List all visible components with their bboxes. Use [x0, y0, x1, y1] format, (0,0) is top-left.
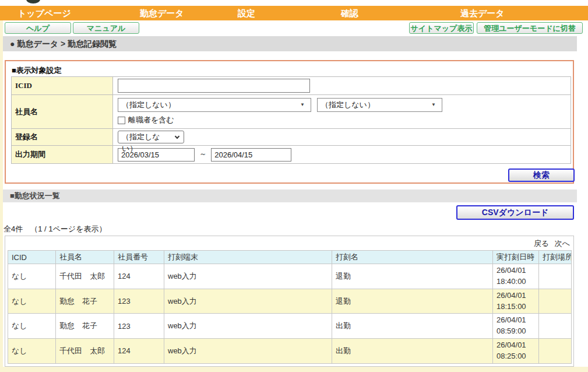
cell-employee-number: 124 — [114, 264, 164, 289]
period-to-input[interactable] — [211, 148, 291, 162]
chevron-down-icon — [175, 134, 179, 139]
cell-stamp-datetime: 26/04/0108:25:00 — [493, 339, 539, 364]
table-header-row: ICID 社員名 社員番号 打刻端末 打刻名 実打刻日時 打刻場所 — [8, 251, 572, 264]
admin-mode-button[interactable]: 管理ユーザーモードに切替 — [477, 22, 583, 34]
nav-item-top-page[interactable]: トップページ — [17, 6, 71, 20]
table-body: なし千代田 太郎124web入力退勤26/04/0118:40:00なし勤怠 花… — [8, 264, 572, 364]
nav-item-settings[interactable]: 設定 — [238, 6, 255, 20]
attendance-table-container: 戻る 次へ ICID 社員名 社員番号 打刻端末 打刻名 実打刻日時 打刻場所 … — [5, 236, 574, 367]
filter-label-icid: ICID — [12, 77, 113, 95]
col-header-number: 社員番号 — [114, 251, 164, 264]
col-header-name: 社員名 — [56, 251, 114, 264]
result-count-text: 全4件 （1 / 1ページを表示） — [3, 224, 106, 234]
cell-stamp-place — [539, 289, 572, 314]
cell-terminal: web入力 — [164, 264, 332, 289]
registered-name-select[interactable]: （指定しない） — [118, 131, 184, 143]
cell-icid: なし — [8, 264, 56, 289]
cell-icid: なし — [8, 314, 56, 339]
cell-stamp-place — [539, 264, 572, 289]
col-header-stamp-name: 打刻名 — [332, 251, 493, 264]
employee-select-1[interactable]: （指定しない） ▼ — [118, 98, 311, 112]
icid-input[interactable] — [118, 79, 310, 93]
cell-stamp-name: 退勤 — [332, 264, 493, 289]
filter-panel-title: ■表示対象設定 — [12, 65, 62, 76]
cell-stamp-datetime: 26/04/0118:40:00 — [493, 264, 539, 289]
cell-terminal: web入力 — [164, 289, 332, 314]
col-header-icid: ICID — [8, 251, 56, 264]
table-row: なし勤怠 花子123web入力出勤26/04/0108:59:00 — [8, 314, 572, 339]
top-nav-bar: トップページ 勤怠データ 設定 確認 過去データ — [0, 6, 588, 20]
cell-employee-name: 勤怠 花子 — [56, 289, 114, 314]
pager-back-link[interactable]: 戻る — [534, 239, 549, 248]
include-retired-checkbox[interactable] — [118, 117, 125, 124]
cell-stamp-name: 出勤 — [332, 314, 493, 339]
pagination: 戻る 次へ — [8, 238, 571, 250]
cell-employee-number: 124 — [114, 339, 164, 364]
employee-select-2[interactable]: （指定しない） ▼ — [317, 98, 442, 112]
cell-stamp-place — [539, 314, 572, 339]
include-retired-label: 離職者を含む — [128, 115, 174, 125]
cell-icid: なし — [8, 289, 56, 314]
manual-button[interactable]: マニュアル — [73, 22, 139, 34]
sitemap-button[interactable]: サイトマップ表示 — [409, 22, 474, 34]
cell-employee-number: 123 — [114, 314, 164, 339]
nav-item-kintai-data[interactable]: 勤怠データ — [140, 6, 184, 20]
table-row: なし千代田 太郎124web入力退勤26/04/0118:40:00 — [8, 264, 572, 289]
cell-stamp-name: 出勤 — [332, 339, 493, 364]
cell-employee-name: 千代田 太郎 — [56, 339, 114, 364]
cell-terminal: web入力 — [164, 314, 332, 339]
col-header-terminal: 打刻端末 — [164, 251, 332, 264]
top-white-strip — [0, 0, 588, 6]
col-header-stamp-place: 打刻場所 — [539, 251, 572, 264]
attendance-table: ICID 社員名 社員番号 打刻端末 打刻名 実打刻日時 打刻場所 なし千代田 … — [8, 250, 572, 364]
cell-stamp-name: 退勤 — [332, 289, 493, 314]
filter-panel: ■表示対象設定 ICID 社員名 （指定しない） ▼ （指定しない） — [5, 60, 574, 184]
cell-employee-name: 千代田 太郎 — [56, 264, 114, 289]
cell-icid: なし — [8, 339, 56, 364]
help-button[interactable]: ヘルプ — [5, 22, 71, 34]
dropdown-arrow-icon: ▼ — [431, 99, 436, 111]
cell-stamp-datetime: 26/04/0108:59:00 — [493, 314, 539, 339]
filter-label-registered-name: 登録名 — [12, 129, 113, 146]
filter-table: ICID 社員名 （指定しない） ▼ （指定しない） ▼ — [11, 76, 571, 164]
csv-download-button[interactable]: CSVダウンロード — [456, 205, 574, 220]
cell-stamp-place — [539, 339, 572, 364]
attendance-list-section-title: ■勤怠状況一覧 — [3, 189, 577, 202]
cell-stamp-datetime: 26/04/0118:15:00 — [493, 289, 539, 314]
table-row: なし勤怠 花子123web入力退勤26/04/0118:15:00 — [8, 289, 572, 314]
employee-select-1-value: （指定しない） — [122, 100, 175, 109]
cell-employee-number: 123 — [114, 289, 164, 314]
table-row: なし千代田 太郎124web入力出勤26/04/0108:25:00 — [8, 339, 572, 364]
search-button[interactable]: 検索 — [508, 169, 575, 182]
pager-next-link[interactable]: 次へ — [555, 239, 570, 248]
col-header-stamp-time: 実打刻日時 — [493, 251, 539, 264]
logo-partial-icon — [26, 0, 40, 3]
attendance-record-page: トップページ 勤怠データ 設定 確認 過去データ ヘルプ マニュアル サイトマッ… — [0, 0, 588, 372]
period-separator: ～ — [199, 149, 207, 158]
employee-select-2-value: （指定しない） — [321, 100, 375, 109]
nav-item-confirm[interactable]: 確認 — [341, 6, 358, 20]
nav-item-past-data[interactable]: 過去データ — [460, 6, 505, 20]
cell-terminal: web入力 — [164, 339, 332, 364]
cell-employee-name: 勤怠 花子 — [56, 314, 114, 339]
dropdown-arrow-icon: ▼ — [300, 99, 305, 111]
filter-label-output-period: 出力期間 — [12, 146, 113, 164]
filter-label-employee-name: 社員名 — [12, 95, 113, 129]
breadcrumb: ● 勤怠データ > 勤怠記録閲覧 — [3, 36, 577, 51]
